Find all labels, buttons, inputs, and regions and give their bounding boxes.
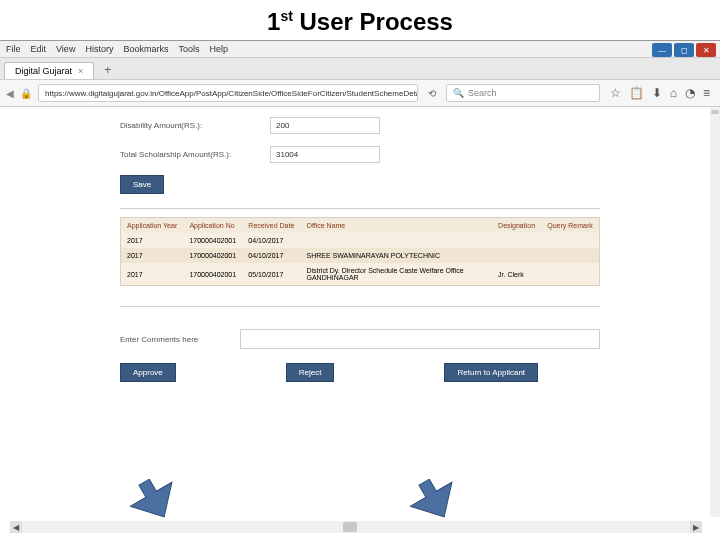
url-field[interactable]: https://www.digitalgujarat.gov.in/Office…: [38, 84, 418, 102]
search-icon: 🔍: [453, 88, 464, 98]
tab-title: Digital Gujarat: [15, 66, 72, 76]
cell: SHREE SWAMINARAYAN POLYTECHNIC: [300, 248, 492, 263]
cell: [300, 233, 492, 248]
sync-icon[interactable]: ◔: [685, 86, 695, 100]
col-year: Application Year: [121, 218, 184, 234]
slide-title: 1st User Process: [0, 0, 720, 40]
hscroll-right-arrow[interactable]: ▶: [690, 521, 702, 533]
tab-row: Digital Gujarat × +: [0, 58, 720, 80]
divider: [120, 208, 600, 209]
title-pre: 1: [267, 8, 280, 35]
col-remark: Query Remark: [541, 218, 599, 234]
cell: [541, 233, 599, 248]
refresh-icon[interactable]: ⟲: [424, 88, 440, 99]
menu-history[interactable]: History: [85, 44, 113, 54]
cell: [541, 248, 599, 263]
cell: District Dy. Director Schedule Caste Wel…: [300, 263, 492, 286]
table-row: 2017 170000402001 04/10/2017: [121, 233, 600, 248]
download-icon[interactable]: ⬇: [652, 86, 662, 100]
address-bar: ◀ 🔒 https://www.digitalgujarat.gov.in/Of…: [0, 80, 720, 107]
menu-edit[interactable]: Edit: [31, 44, 47, 54]
close-window-button[interactable]: ✕: [696, 43, 716, 57]
menu-file[interactable]: File: [6, 44, 21, 54]
tab-close-icon[interactable]: ×: [78, 66, 83, 76]
total-scholarship-label: Total Scholarship Amount(RS.):: [120, 150, 270, 159]
star-icon[interactable]: ☆: [610, 86, 621, 100]
cell: 170000402001: [183, 263, 242, 286]
menu-view[interactable]: View: [56, 44, 75, 54]
menu-bookmarks[interactable]: Bookmarks: [123, 44, 168, 54]
search-input[interactable]: 🔍 Search: [446, 84, 600, 102]
menu-tools[interactable]: Tools: [178, 44, 199, 54]
maximize-button[interactable]: ◻: [674, 43, 694, 57]
annotation-arrow-approve: [130, 479, 180, 519]
horizontal-scrollbar[interactable]: ◀ ▶: [10, 521, 702, 533]
disability-amount-input[interactable]: 200: [270, 117, 380, 134]
comments-input[interactable]: [240, 329, 600, 349]
browser-tab[interactable]: Digital Gujarat ×: [4, 62, 94, 79]
cell: 2017: [121, 233, 184, 248]
col-date: Received Date: [242, 218, 300, 234]
svg-marker-0: [130, 479, 180, 519]
table-row: 2017 170000402001 04/10/2017 SHREE SWAMI…: [121, 248, 600, 263]
menu-help[interactable]: Help: [209, 44, 228, 54]
save-button[interactable]: Save: [120, 175, 164, 194]
cell: 04/10/2017: [242, 248, 300, 263]
browser-window: File Edit View History Bookmarks Tools H…: [0, 40, 720, 537]
cell: [492, 233, 541, 248]
vertical-scrollbar[interactable]: [710, 107, 720, 517]
hscroll-left-arrow[interactable]: ◀: [10, 521, 22, 533]
cell: 170000402001: [183, 233, 242, 248]
hscroll-track[interactable]: [22, 522, 690, 532]
url-text: https://www.digitalgujarat.gov.in/Office…: [45, 89, 418, 98]
reject-button[interactable]: Reject: [286, 363, 335, 382]
cell: [541, 263, 599, 286]
col-desig: Designation: [492, 218, 541, 234]
title-sup: st: [280, 8, 292, 24]
toolbar-icons: ☆ 📋 ⬇ ⌂ ◔ ≡: [606, 86, 714, 100]
title-post: User Process: [293, 8, 453, 35]
col-office: Office Name: [300, 218, 492, 234]
table-row: 2017 170000402001 05/10/2017 District Dy…: [121, 263, 600, 286]
svg-marker-1: [410, 479, 460, 519]
new-tab-button[interactable]: +: [98, 61, 117, 79]
clipboard-icon[interactable]: 📋: [629, 86, 644, 100]
hscroll-thumb[interactable]: [343, 522, 357, 532]
comments-label: Enter Comments here: [120, 335, 240, 344]
cell: 2017: [121, 248, 184, 263]
lock-icon: 🔒: [20, 88, 32, 99]
home-icon[interactable]: ⌂: [670, 86, 677, 100]
search-placeholder: Search: [468, 88, 497, 98]
cell: 05/10/2017: [242, 263, 300, 286]
cell: 170000402001: [183, 248, 242, 263]
annotation-arrow-return: [410, 479, 460, 519]
window-controls: — ◻ ✕: [652, 43, 716, 57]
application-table: Application Year Application No Received…: [120, 217, 600, 286]
minimize-button[interactable]: —: [652, 43, 672, 57]
disability-amount-label: Disability Amount(RS.):: [120, 121, 270, 130]
back-icon[interactable]: ◀: [6, 88, 14, 99]
cell: Jr. Clerk: [492, 263, 541, 286]
approve-button[interactable]: Approve: [120, 363, 176, 382]
divider: [120, 306, 600, 307]
return-to-applicant-button[interactable]: Return to Applicant: [444, 363, 538, 382]
col-appno: Application No: [183, 218, 242, 234]
vscroll-thumb[interactable]: [711, 110, 719, 114]
menubar: File Edit View History Bookmarks Tools H…: [0, 41, 720, 58]
total-scholarship-input[interactable]: 31004: [270, 146, 380, 163]
menu-icon[interactable]: ≡: [703, 86, 710, 100]
cell: 2017: [121, 263, 184, 286]
cell: 04/10/2017: [242, 233, 300, 248]
cell: [492, 248, 541, 263]
page-content: Disability Amount(RS.): 200 Total Schola…: [0, 107, 720, 537]
